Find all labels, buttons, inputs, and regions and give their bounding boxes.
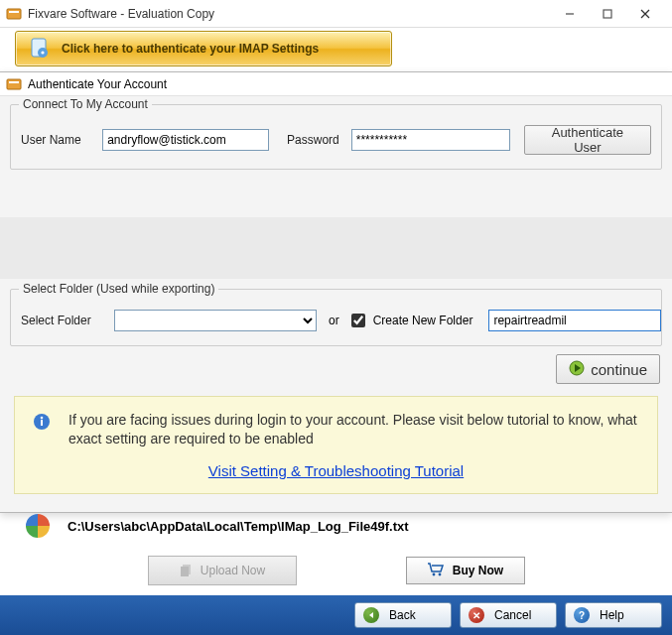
select-folder-group: Select Folder (Used while exporting) Sel… [10,289,662,346]
back-label: Back [389,608,416,622]
app-icon [6,6,22,22]
new-folder-input[interactable] [488,310,661,331]
authenticate-dialog: Authenticate Your Account Connect To My … [0,71,672,513]
tutorial-link[interactable]: Visit Setting & Troubleshooting Tutorial [208,462,464,479]
background-content: C:\Users\abc\AppData\Local\Temp\IMap_Log… [0,502,672,635]
info-box: If you are facing issues during login to… [14,396,658,494]
svg-rect-0 [7,9,21,19]
create-new-folder-checkbox[interactable] [351,314,365,327]
log-icon [22,510,54,542]
select-folder-legend: Select Folder (Used while exporting) [19,282,218,296]
password-input[interactable] [351,129,510,151]
dialog-titlebar: Authenticate Your Account [0,72,672,96]
username-input[interactable] [102,129,269,151]
select-folder-label: Select Folder [21,314,106,327]
upload-icon [179,562,195,580]
create-new-folder-label: Create New Folder [373,314,473,327]
wizard-footer: Back ✕ Cancel ? Help [0,595,672,635]
buy-now-button[interactable]: Buy Now [406,557,525,584]
continue-button[interactable]: continue [556,354,660,384]
toolbar: Click here to authenticate your IMAP Set… [0,28,672,69]
authenticate-imap-label: Click here to authenticate your IMAP Set… [62,42,319,56]
upload-now-button: Upload Now [148,556,297,585]
svg-rect-9 [7,79,21,89]
continue-label: continue [591,361,647,378]
help-button[interactable]: ? Help [565,602,662,628]
log-path-text: C:\Users\abc\AppData\Local\Temp\IMap_Log… [67,519,409,534]
svg-rect-17 [181,567,189,576]
window-title: Fixvare Software - Evaluation Copy [28,7,551,21]
continue-icon [569,360,585,379]
password-label: Password [287,133,339,147]
close-button[interactable] [626,2,664,26]
spacer [0,217,672,279]
svg-rect-1 [9,11,19,13]
svg-marker-20 [369,612,373,618]
back-icon [363,607,379,623]
dialog-title: Authenticate Your Account [28,77,167,91]
minimize-button[interactable] [551,2,589,26]
connect-account-legend: Connect To My Account [19,97,152,111]
or-text: or [329,314,339,327]
window-titlebar: Fixvare Software - Evaluation Copy [0,0,672,28]
info-icon [33,413,51,434]
dialog-icon [6,76,22,92]
maximize-button[interactable] [589,2,626,26]
svg-point-19 [438,572,441,575]
username-label: User Name [21,133,94,147]
back-button[interactable]: Back [354,602,452,628]
svg-rect-10 [9,81,19,83]
cancel-icon: ✕ [469,607,484,623]
settings-doc-icon [28,37,52,61]
select-folder-dropdown[interactable] [114,310,317,331]
connect-account-group: Connect To My Account User Name Password… [10,104,662,170]
authenticate-user-label: Authenticate User [539,125,636,155]
svg-point-18 [432,572,435,575]
upload-label: Upload Now [201,564,265,577]
info-message: If you are facing issues during login to… [68,411,639,448]
authenticate-user-button[interactable]: Authenticate User [524,125,651,155]
cancel-button[interactable]: ✕ Cancel [460,602,557,628]
cancel-label: Cancel [494,608,531,622]
buy-now-label: Buy Now [453,564,503,577]
svg-rect-15 [41,420,43,426]
help-label: Help [600,608,624,622]
help-icon: ? [574,607,590,623]
svg-point-8 [41,51,44,54]
svg-point-14 [41,417,44,420]
cart-icon [427,562,445,580]
svg-rect-3 [604,10,611,18]
authenticate-imap-button[interactable]: Click here to authenticate your IMAP Set… [15,31,392,66]
